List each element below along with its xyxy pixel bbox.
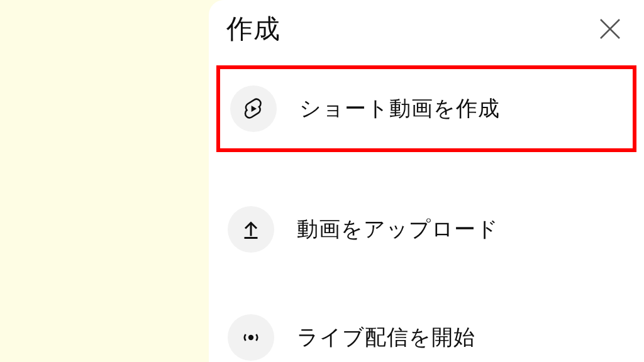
- close-icon: [597, 16, 623, 41]
- option-create-short[interactable]: ショート動画を作成: [216, 65, 636, 152]
- option-go-live[interactable]: ライブ配信を開始: [228, 305, 636, 362]
- option-label: 動画をアップロード: [297, 215, 499, 244]
- icon-circle: [230, 85, 277, 132]
- options-inner: 動画をアップロード ライブ配信を開始: [216, 197, 636, 362]
- option-label: ライブ配信を開始: [297, 323, 475, 352]
- upload-icon: [240, 218, 262, 241]
- options-list: ショート動画を作成 動画をアップロード: [209, 65, 644, 362]
- icon-circle: [228, 206, 274, 253]
- option-upload-video[interactable]: 動画をアップロード: [228, 197, 636, 261]
- shorts-icon: [241, 96, 266, 121]
- option-label: ショート動画を作成: [299, 94, 500, 123]
- panel-title: 作成: [226, 11, 280, 47]
- close-button[interactable]: [594, 13, 626, 45]
- svg-point-4: [248, 335, 253, 340]
- live-icon: [238, 325, 264, 350]
- panel-header: 作成: [209, 0, 644, 65]
- icon-circle: [228, 314, 274, 361]
- create-panel: 作成 ショート動画を作成: [209, 0, 644, 362]
